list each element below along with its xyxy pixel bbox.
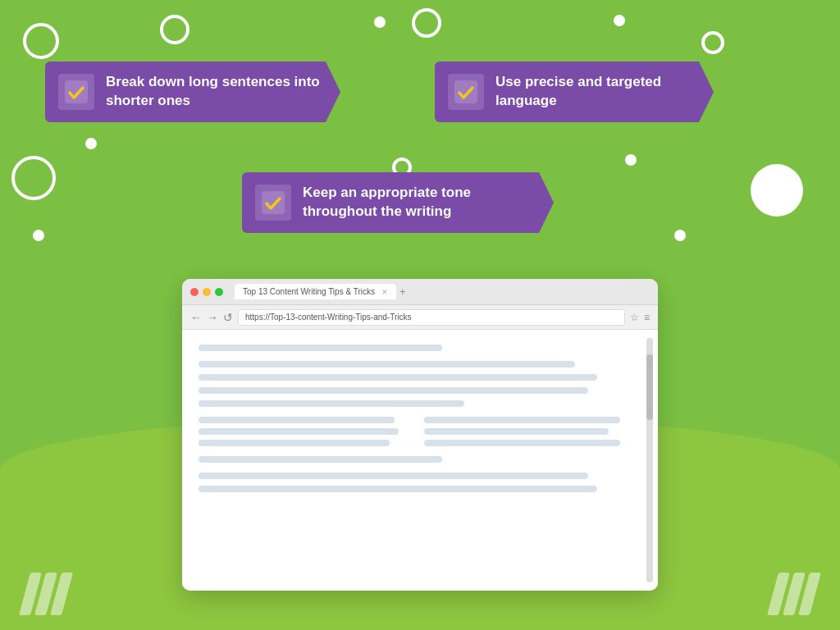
decorative-circle-2 xyxy=(374,16,386,28)
content-line xyxy=(199,428,399,435)
decorative-circle-7 xyxy=(85,138,97,149)
content-line xyxy=(199,400,464,407)
browser-toolbar: ← → ↺ https://Top-13-content-Writing-Tip… xyxy=(182,305,658,330)
tip-card-tip1: Break down long sentences into shorter o… xyxy=(45,62,340,122)
content-line xyxy=(199,472,588,479)
tip-text-tip1: Break down long sentences into shorter o… xyxy=(106,73,324,111)
scrollbar[interactable] xyxy=(646,338,653,582)
browser-chrome: Top 13 Content Writing Tips & Tricks ✕ + xyxy=(182,279,658,305)
back-button[interactable]: ← xyxy=(190,311,202,324)
content-line xyxy=(424,440,620,446)
scrollbar-thumb[interactable] xyxy=(646,354,653,420)
content-line xyxy=(199,456,442,463)
content-line xyxy=(199,361,575,368)
decorative-circle-4 xyxy=(614,15,625,26)
browser-content xyxy=(182,330,658,591)
content-line xyxy=(199,387,588,394)
decorative-circle-12 xyxy=(674,230,686,241)
url-text: https://Top-13-content-Writing-Tips-and-… xyxy=(245,313,411,322)
decorative-circle-3 xyxy=(412,8,441,38)
tip-card-tip2: Use precise and targeted language xyxy=(435,62,714,122)
logo-mark-right xyxy=(773,573,815,615)
svg-rect-0 xyxy=(65,80,88,103)
logo-mark-left xyxy=(25,573,67,615)
check-icon-tip1 xyxy=(58,74,94,110)
content-line xyxy=(424,428,609,435)
menu-icon[interactable]: ≡ xyxy=(644,312,650,323)
content-line xyxy=(199,417,395,423)
browser-actions: ☆ ≡ xyxy=(630,312,650,323)
tip-text-tip2: Use precise and targeted language xyxy=(495,73,697,111)
content-line xyxy=(199,440,390,446)
new-tab-icon[interactable]: + xyxy=(399,285,406,298)
decorative-circle-1 xyxy=(160,15,189,44)
window-controls xyxy=(190,288,223,296)
content-row xyxy=(199,417,641,446)
tip-card-tip3: Keep an appropriate tone throughout the … xyxy=(242,172,554,233)
browser-tab[interactable]: Top 13 Content Writing Tips & Tricks ✕ xyxy=(235,284,396,299)
refresh-button[interactable]: ↺ xyxy=(223,311,233,324)
content-line xyxy=(199,486,597,492)
close-dot[interactable] xyxy=(190,288,199,296)
decorative-circle-10 xyxy=(751,164,803,217)
content-line xyxy=(199,374,597,381)
tab-close-icon[interactable]: ✕ xyxy=(381,288,388,296)
check-icon-tip3 xyxy=(255,185,291,221)
decorative-circle-5 xyxy=(701,31,724,54)
url-bar[interactable]: https://Top-13-content-Writing-Tips-and-… xyxy=(238,309,625,326)
decorative-circle-11 xyxy=(33,230,44,241)
decorative-circle-9 xyxy=(625,154,637,166)
tab-label: Top 13 Content Writing Tips & Tricks xyxy=(243,287,375,296)
minimize-dot[interactable] xyxy=(203,288,211,296)
maximize-dot[interactable] xyxy=(215,288,223,296)
decorative-circle-0 xyxy=(23,23,59,59)
content-heading xyxy=(199,345,442,351)
browser-window: Top 13 Content Writing Tips & Tricks ✕ +… xyxy=(182,279,658,591)
svg-rect-2 xyxy=(262,191,285,214)
bookmark-icon[interactable]: ☆ xyxy=(630,312,639,323)
content-line xyxy=(424,417,620,423)
forward-button[interactable]: → xyxy=(207,311,218,324)
svg-rect-1 xyxy=(454,80,477,103)
tip-text-tip3: Keep an appropriate tone throughout the … xyxy=(303,184,537,221)
check-icon-tip2 xyxy=(448,74,484,110)
decorative-circle-6 xyxy=(11,156,56,200)
